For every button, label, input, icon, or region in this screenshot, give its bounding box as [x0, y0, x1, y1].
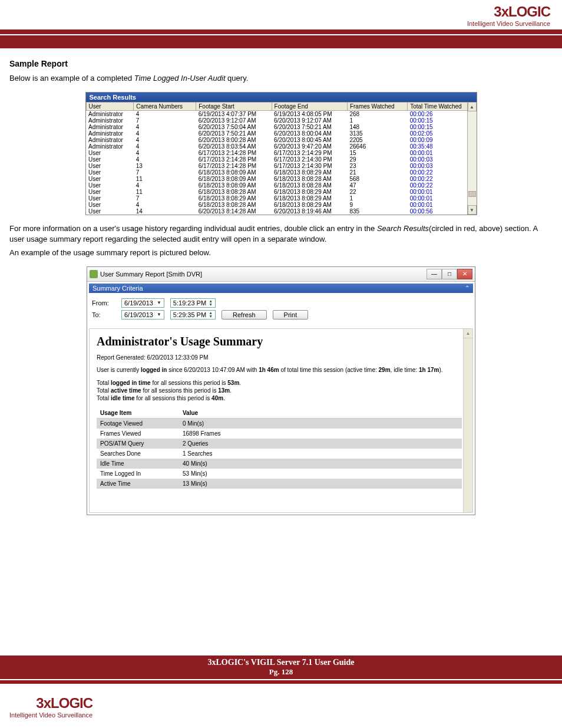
table-row[interactable]: User76/18/2013 8:08:09 AM6/18/2013 8:08:…: [86, 169, 476, 176]
mid1-em: Search Results: [377, 224, 429, 233]
table-cell: 00:00:26: [408, 111, 476, 118]
collapse-icon[interactable]: ⌃: [465, 285, 470, 291]
table-cell: 268: [347, 111, 407, 118]
rsb4: 1h 17m: [419, 367, 439, 373]
table-cell: 11: [134, 176, 196, 182]
table-cell: 6/18/2013 8:08:29 AM: [272, 169, 347, 176]
table-row[interactable]: Administrator46/20/2013 7:50:21 AM6/20/2…: [86, 130, 476, 137]
mid-paragraph-2: An example of the usage summary report i…: [9, 248, 553, 258]
header-bar-thick: [0, 35, 562, 48]
header-logo: 3xLOGIC Intelligent Video Surveillance: [467, 4, 550, 27]
spinner-arrows-icon[interactable]: ▲▼: [209, 299, 213, 307]
rs2: since 6/20/2013 10:47:09 AM with: [167, 367, 259, 373]
scroll-track[interactable]: [468, 111, 477, 205]
scroll-down-icon[interactable]: ▼: [468, 205, 477, 215]
table-cell: 00:00:56: [408, 208, 476, 215]
usage-cell: Time Logged In: [97, 469, 179, 479]
spinner-arrows-icon[interactable]: ▲▼: [209, 311, 213, 318]
table-header[interactable]: Footage Start: [196, 103, 272, 111]
usage-row: Frames Viewed16898 Frames: [97, 429, 462, 439]
window-titlebar: User Summary Report [Smith DVR] — □ ✕: [87, 267, 475, 282]
table-row[interactable]: Administrator46/20/2013 8:03:54 AM6/20/2…: [86, 143, 476, 150]
scroll-thumb[interactable]: [468, 191, 476, 197]
to-time-spinner[interactable]: 5:29:35 PM▲▼: [170, 310, 216, 319]
from-label: From:: [92, 299, 115, 307]
table-cell: Administrator: [86, 143, 134, 150]
to-date-dropdown[interactable]: 6/19/2013▼: [121, 310, 164, 319]
table-cell: 00:00:01: [408, 195, 476, 202]
table-row[interactable]: Administrator76/20/2013 9:12:07 AM6/20/2…: [86, 117, 476, 124]
table-row[interactable]: Administrator46/20/2013 7:50:04 AM6/20/2…: [86, 124, 476, 130]
scroll-up-icon[interactable]: ▲: [464, 329, 472, 338]
table-cell: User: [86, 176, 134, 182]
usage-cell: 1 Searches: [179, 449, 462, 459]
table-row[interactable]: User76/18/2013 8:08:29 AM6/18/2013 8:08:…: [86, 195, 476, 202]
table-header[interactable]: Camera Numbers: [134, 103, 196, 111]
table-row[interactable]: User146/20/2013 8:14:28 AM6/20/2013 8:19…: [86, 208, 476, 215]
usage-cell: 53 Min(s): [179, 469, 462, 479]
table-cell: 00:00:01: [408, 202, 476, 208]
table-cell: 6/20/2013 7:50:21 AM: [196, 130, 272, 137]
maximize-button[interactable]: □: [442, 269, 457, 279]
table-row[interactable]: User116/18/2013 8:08:09 AM6/18/2013 8:08…: [86, 176, 476, 182]
t1a: Total: [97, 380, 111, 386]
table-cell: 00:00:15: [408, 124, 476, 130]
t1e: .: [239, 380, 241, 386]
refresh-button[interactable]: Refresh: [222, 310, 267, 319]
intro-em: Time Logged In-User Audit: [134, 74, 226, 83]
scroll-up-icon[interactable]: ▲: [468, 102, 477, 111]
to-label: To:: [92, 311, 115, 318]
table-row[interactable]: User46/17/2013 2:14:28 PM6/17/2013 2:14:…: [86, 156, 476, 163]
table-header[interactable]: User: [86, 103, 134, 111]
usage-cell: Active Time: [97, 479, 179, 489]
report-scrollbar[interactable]: ▲: [463, 329, 472, 512]
t1d: 53m: [227, 380, 239, 386]
table-cell: 00:00:15: [408, 117, 476, 124]
table-row[interactable]: User116/18/2013 8:08:28 AM6/18/2013 8:08…: [86, 189, 476, 195]
close-button[interactable]: ✕: [457, 269, 472, 279]
table-cell: 4: [134, 137, 196, 143]
report-generated: Report Generated: 6/20/2013 12:33:09 PM: [97, 354, 465, 361]
table-cell: 6/17/2013 2:14:28 PM: [196, 150, 272, 156]
table-header[interactable]: Frames Watched: [347, 103, 407, 111]
table-cell: 00:35:48: [408, 143, 476, 150]
from-date-value: 6/19/2013: [124, 299, 153, 307]
t2e: .: [230, 387, 232, 394]
table-row[interactable]: Administrator46/20/2013 8:00:28 AM6/20/2…: [86, 137, 476, 143]
search-results-table: UserCamera NumbersFootage StartFootage E…: [86, 102, 477, 215]
footer-title: 3xLOGIC's VIGIL Server 7.1 User Guide: [208, 658, 355, 667]
table-cell: 11: [134, 189, 196, 195]
mid-paragraph-1: For more information on a user's usage h…: [9, 223, 553, 245]
from-time-spinner[interactable]: 5:19:23 PM▲▼: [170, 298, 216, 308]
table-row[interactable]: User46/17/2013 2:14:28 PM6/17/2013 2:14:…: [86, 150, 476, 156]
usage-cell: 16898 Frames: [179, 429, 462, 439]
table-row[interactable]: User46/18/2013 8:08:28 AM6/18/2013 8:08:…: [86, 202, 476, 208]
table-header[interactable]: Footage End: [272, 103, 347, 111]
table-header[interactable]: Total Time Watched: [408, 103, 476, 111]
table-row[interactable]: User136/17/2013 2:14:28 PM6/17/2013 2:14…: [86, 163, 476, 169]
table-cell: 6/17/2013 2:14:30 PM: [272, 156, 347, 163]
minimize-button[interactable]: —: [427, 269, 442, 279]
table-cell: 4: [134, 143, 196, 150]
usage-cell: Frames Viewed: [97, 429, 179, 439]
table-cell: 568: [347, 176, 407, 182]
rsb1: logged in: [141, 367, 167, 373]
table-cell: 00:02:05: [408, 130, 476, 137]
table-cell: 6/18/2013 8:08:28 AM: [196, 202, 272, 208]
t3d: 40m: [211, 395, 223, 401]
table-row[interactable]: User46/18/2013 8:08:09 AM6/18/2013 8:08:…: [86, 182, 476, 189]
page-footer: 3xLOGIC's VIGIL Server 7.1 User Guide Pg…: [0, 655, 562, 684]
criteria-header[interactable]: Summary Criteria ⌃: [89, 284, 473, 293]
intro-pre: Below is an example of a completed: [9, 74, 134, 83]
from-date-dropdown[interactable]: 6/19/2013▼: [121, 298, 164, 308]
table-cell: 6/17/2013 2:14:30 PM: [272, 163, 347, 169]
table-cell: 7: [134, 169, 196, 176]
table-cell: 6/18/2013 8:08:09 AM: [196, 176, 272, 182]
table-cell: 00:00:03: [408, 163, 476, 169]
print-button[interactable]: Print: [273, 310, 309, 319]
scrollbar[interactable]: ▲ ▼: [467, 102, 477, 215]
table-cell: 6/17/2013 2:14:28 PM: [196, 156, 272, 163]
usage-row: Active Time13 Min(s): [97, 479, 462, 489]
section-heading: Sample Report: [9, 59, 553, 68]
table-row[interactable]: Administrator46/19/2013 4:07:37 PM6/19/2…: [86, 111, 476, 118]
